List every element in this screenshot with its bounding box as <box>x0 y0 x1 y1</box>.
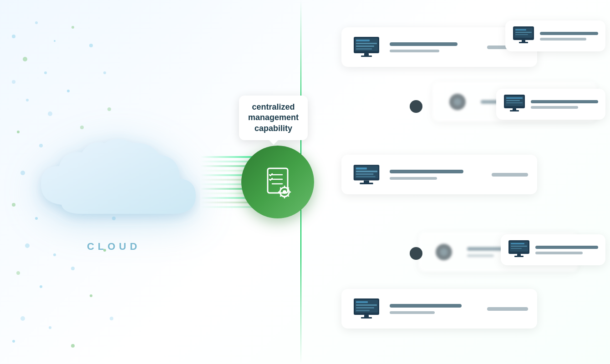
svg-point-24 <box>71 267 75 270</box>
cloud-label: CLOUD <box>87 241 141 253</box>
card-5-right-line <box>487 307 528 311</box>
svg-rect-94 <box>356 310 370 311</box>
monitor-icon-5 <box>353 298 380 320</box>
right-card-3-monitor <box>508 240 530 260</box>
svg-point-58 <box>454 98 461 106</box>
svg-rect-91 <box>356 301 368 303</box>
right-card-2 <box>496 89 605 120</box>
svg-point-25 <box>90 294 92 297</box>
svg-point-23 <box>40 285 42 288</box>
svg-rect-63 <box>515 34 528 35</box>
svg-rect-93 <box>356 307 374 308</box>
svg-rect-86 <box>511 248 522 249</box>
card-3-monitor <box>351 162 382 187</box>
svg-point-30 <box>103 71 106 74</box>
svg-rect-77 <box>356 173 374 175</box>
svg-point-8 <box>26 99 29 101</box>
cloud-shape <box>27 130 200 234</box>
svg-point-29 <box>12 340 15 343</box>
svg-point-81 <box>440 248 447 256</box>
svg-line-48 <box>288 188 289 189</box>
svg-point-2 <box>54 40 56 42</box>
center-management-circle <box>241 146 314 218</box>
card-1-monitor <box>351 35 382 60</box>
management-icon <box>259 164 296 200</box>
svg-point-21 <box>53 253 56 256</box>
svg-rect-88 <box>514 256 524 257</box>
svg-rect-70 <box>506 102 523 103</box>
svg-rect-76 <box>356 171 377 172</box>
small-monitor-icon-2 <box>503 94 525 112</box>
svg-point-27 <box>49 326 51 329</box>
svg-rect-52 <box>356 40 370 41</box>
node-dot-1 <box>410 100 422 113</box>
svg-rect-96 <box>361 317 372 318</box>
card-4-monitor <box>428 239 460 264</box>
card-5-monitor <box>351 296 382 321</box>
svg-point-5 <box>12 80 15 84</box>
svg-point-9 <box>48 111 52 116</box>
card-2-monitor <box>442 89 473 114</box>
svg-line-47 <box>288 195 289 196</box>
monitor-icon-1 <box>353 36 380 59</box>
svg-point-7 <box>89 44 93 47</box>
svg-rect-54 <box>356 46 374 47</box>
card-5 <box>341 289 537 329</box>
node-icon-4 <box>439 248 448 257</box>
svg-point-22 <box>16 271 20 275</box>
right-card-2-content <box>531 100 598 109</box>
card-1-content <box>390 42 480 52</box>
card-5-content <box>390 304 480 314</box>
right-card-3 <box>501 234 605 265</box>
svg-point-14 <box>20 171 25 175</box>
svg-rect-68 <box>506 97 523 99</box>
svg-point-13 <box>80 126 84 129</box>
svg-rect-85 <box>511 246 527 247</box>
svg-rect-72 <box>510 110 519 111</box>
right-card-3-content <box>535 246 598 254</box>
svg-rect-92 <box>356 304 377 306</box>
monitor-icon-3 <box>353 163 380 186</box>
svg-line-46 <box>280 188 281 189</box>
svg-point-12 <box>67 90 70 92</box>
svg-rect-79 <box>364 180 369 183</box>
cards-area <box>314 0 605 364</box>
svg-point-26 <box>20 316 25 321</box>
svg-line-49 <box>280 195 281 196</box>
svg-point-6 <box>71 26 74 29</box>
svg-rect-75 <box>356 167 367 169</box>
svg-point-0 <box>12 35 15 38</box>
card-3-right-line <box>492 173 528 177</box>
svg-rect-65 <box>519 42 528 43</box>
svg-rect-84 <box>511 243 524 244</box>
right-card-1-monitor <box>513 26 534 46</box>
svg-point-41 <box>283 190 286 194</box>
svg-point-35 <box>110 317 113 320</box>
main-container: CLOUD <box>0 0 610 364</box>
tooltip-label: centralized management capability <box>239 96 308 140</box>
svg-point-28 <box>71 344 75 348</box>
svg-rect-55 <box>356 48 372 50</box>
card-3-content <box>390 170 484 180</box>
svg-point-10 <box>17 131 20 133</box>
svg-point-20 <box>25 243 30 248</box>
svg-rect-69 <box>506 100 520 101</box>
tooltip-text: centralized management capability <box>248 102 299 134</box>
right-card-1-content <box>540 32 598 40</box>
svg-point-16 <box>12 203 15 207</box>
svg-rect-62 <box>515 32 532 33</box>
right-section <box>300 0 610 364</box>
svg-point-31 <box>107 107 111 111</box>
card-3 <box>341 155 537 194</box>
node-icon-2 <box>453 97 462 106</box>
node-dot-2 <box>410 247 422 260</box>
svg-rect-57 <box>361 56 372 57</box>
svg-rect-78 <box>356 176 376 177</box>
cloud-wrapper: CLOUD <box>27 130 200 234</box>
svg-rect-80 <box>360 182 373 184</box>
small-monitor-icon-1 <box>513 26 534 44</box>
right-card-2-monitor <box>503 94 525 114</box>
small-monitor-icon-3 <box>508 240 530 258</box>
right-card-1 <box>505 20 605 51</box>
svg-point-3 <box>23 57 27 61</box>
